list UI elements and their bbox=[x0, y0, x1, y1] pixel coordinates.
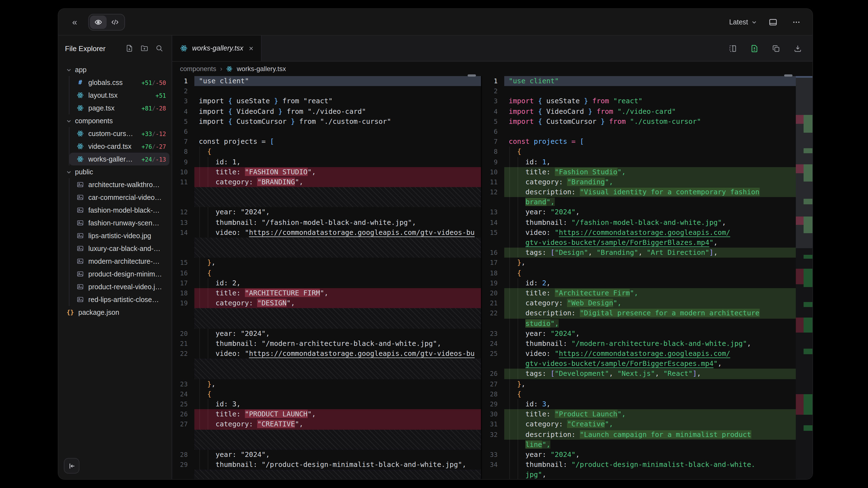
line-number: 15 bbox=[172, 258, 194, 268]
line-content: description: "Launch campaign for a mini… bbox=[504, 429, 796, 440]
code-line: gtv-videos-bucket/sample/ForBiggerBlazes… bbox=[482, 238, 796, 248]
preview-toggle-button[interactable] bbox=[90, 15, 106, 29]
line-content: description: "Digital presence for a mod… bbox=[504, 308, 796, 318]
left-pane-scroll-handle[interactable] bbox=[468, 74, 476, 76]
new-file-button[interactable] bbox=[124, 43, 135, 54]
code-line: 1"use client" bbox=[172, 76, 481, 86]
download-button[interactable] bbox=[790, 41, 805, 56]
ruler-addition-mark bbox=[804, 349, 812, 354]
search-files-button[interactable] bbox=[154, 43, 165, 54]
line-number: 10 bbox=[172, 167, 194, 177]
ruler-addition-mark bbox=[804, 199, 812, 204]
sidebar-file-product-design-minim-[interactable]: product-design-minim… bbox=[69, 268, 169, 280]
line-content: title: "Architecture Firm", bbox=[504, 288, 796, 298]
download-icon bbox=[793, 44, 802, 53]
copy-code-button[interactable] bbox=[769, 41, 783, 56]
line-number: 3 bbox=[172, 96, 194, 106]
line-content: import { useState } from "react" bbox=[194, 96, 481, 106]
code-line: 12 year: "2024", bbox=[172, 207, 481, 217]
sidebar-folder-public[interactable]: public bbox=[61, 165, 169, 178]
file-explorer-title: File Explorer bbox=[65, 44, 105, 53]
file-label: red-lips-artistic-close… bbox=[88, 296, 166, 303]
breadcrumb-file[interactable]: works-gallery.tsx bbox=[237, 65, 286, 73]
diff-pane-original[interactable]: 1"use client"23import { useState } from … bbox=[172, 76, 482, 479]
sidebar-file-works-galler-[interactable]: works-galler…+24/-13 bbox=[69, 153, 169, 165]
diff-overview-ruler[interactable] bbox=[796, 76, 812, 479]
line-content: id: 3, bbox=[194, 399, 481, 409]
line-content: title: "Fashion Studio", bbox=[504, 167, 796, 177]
sidebar-file-layout.tsx[interactable]: layout.tsx+51 bbox=[69, 89, 169, 102]
eye-icon bbox=[94, 18, 102, 26]
line-number bbox=[482, 359, 504, 369]
diff-pane-modified[interactable]: 1"use client"23import { useState } from … bbox=[482, 76, 796, 479]
code-toggle-button[interactable] bbox=[106, 15, 123, 29]
image-file-icon bbox=[76, 219, 85, 227]
double-chevron-left-icon: « bbox=[72, 17, 76, 27]
line-content bbox=[504, 127, 796, 137]
line-content: import { VideoCard } from "./video-card" bbox=[504, 106, 796, 116]
sidebar-file-lips-artistic-video.jpg[interactable]: lips-artistic-video.jpg bbox=[69, 229, 169, 242]
version-selector[interactable]: Latest bbox=[729, 18, 757, 26]
sidebar-file-custom-curs-[interactable]: custom-curs…+33/-12 bbox=[69, 127, 169, 140]
layout-panel-button[interactable] bbox=[766, 15, 780, 29]
tab-works-gallery[interactable]: works-gallery.tsx × bbox=[172, 36, 262, 61]
line-content: category: "DESIGN", bbox=[194, 298, 481, 308]
breadcrumb-folder[interactable]: components bbox=[180, 65, 216, 73]
sidebar-file-modern-architecture-[interactable]: modern-architecture-… bbox=[69, 255, 169, 268]
code-line: 26 title: "PRODUCT LAUNCH", bbox=[172, 410, 481, 419]
line-number: 28 bbox=[172, 450, 194, 460]
line-number: 21 bbox=[482, 298, 504, 308]
collapsed-unchanged-region bbox=[172, 470, 481, 479]
line-content: gtv-videos-bucket/sample/ForBiggerEscape… bbox=[504, 359, 796, 369]
line-content: { bbox=[194, 147, 481, 157]
right-pane-scroll-handle[interactable] bbox=[784, 74, 793, 76]
code-line: 23 }, bbox=[172, 379, 481, 389]
line-content: title: "Product Launch", bbox=[504, 409, 796, 419]
image-file-icon bbox=[76, 245, 85, 252]
sidebar-file-architecture-walkthro-[interactable]: architecture-walkthro… bbox=[69, 178, 169, 191]
sidebar-file-red-lips-artistic-close-[interactable]: red-lips-artistic-close… bbox=[69, 293, 169, 306]
code-line: 22 description: "Digital presence for a … bbox=[482, 308, 796, 318]
sidebar-folder-app[interactable]: app bbox=[61, 63, 169, 76]
line-content bbox=[194, 127, 481, 137]
collapse-panel-button[interactable]: « bbox=[67, 15, 82, 29]
ruler-deletion-mark bbox=[796, 115, 804, 124]
diff-view-button[interactable] bbox=[747, 41, 762, 56]
sidebar-file-luxury-car-black-and-[interactable]: luxury-car-black-and-… bbox=[69, 242, 169, 255]
sidebar-file-package.json[interactable]: {}package.json bbox=[61, 306, 169, 319]
chevron-down-icon bbox=[66, 118, 72, 124]
line-content: id: 2, bbox=[504, 278, 796, 288]
sidebar-file-page.tsx[interactable]: page.tsx+81/-28 bbox=[69, 102, 169, 115]
line-content: category: "CREATIVE", bbox=[194, 419, 481, 429]
code-line: 30 title: "Product Launch", bbox=[482, 409, 796, 419]
code-line: 24 thumbnail: "/modern-architecture-blac… bbox=[482, 339, 796, 349]
tab-close-icon[interactable]: × bbox=[249, 44, 253, 53]
line-number: 3 bbox=[482, 96, 504, 106]
sidebar-file-globals.css[interactable]: #globals.css+51/-50 bbox=[69, 76, 169, 89]
sidebar-file-fashion-runway-scen-[interactable]: fashion-runway-scen… bbox=[69, 217, 169, 229]
sidebar-file-fashion-model-black-[interactable]: fashion-model-black-… bbox=[69, 204, 169, 217]
image-file-icon bbox=[76, 232, 85, 239]
line-content: year: "2024", bbox=[504, 328, 796, 338]
code-line: 4import { VideoCard } from "./video-card… bbox=[482, 106, 796, 116]
file-label: components bbox=[75, 117, 166, 125]
line-content bbox=[194, 187, 481, 207]
line-content: gtv-videos-bucket/sample/ForBiggerBlazes… bbox=[504, 238, 796, 248]
line-number: 34 bbox=[482, 460, 504, 470]
code-line: 18 title: "ARCHITECTURE FIRM", bbox=[172, 288, 481, 298]
line-number: 8 bbox=[482, 147, 504, 157]
code-line: 21 category: "Web Design", bbox=[482, 298, 796, 308]
collapse-sidebar-button[interactable] bbox=[64, 458, 80, 474]
sidebar-file-product-reveal-video.j-[interactable]: product-reveal-video.j… bbox=[69, 280, 169, 293]
new-folder-button[interactable] bbox=[139, 43, 150, 54]
code-line: gtv-videos-bucket/sample/ForBiggerEscape… bbox=[482, 359, 796, 369]
code-line: 16 tags: ["Design", "Branding", "Art Dir… bbox=[482, 248, 796, 258]
file-explorer-header: File Explorer bbox=[58, 36, 172, 61]
sidebar-file-car-commercial-video-[interactable]: car-commercial-video… bbox=[69, 191, 169, 204]
more-options-button[interactable] bbox=[789, 15, 804, 29]
split-view-button[interactable] bbox=[725, 41, 740, 56]
sidebar-folder-components[interactable]: components bbox=[61, 115, 169, 127]
line-number: 22 bbox=[172, 349, 194, 359]
sidebar-file-video-card.tsx[interactable]: video-card.tsx+76/-27 bbox=[69, 140, 169, 153]
braces-file-icon: {} bbox=[66, 309, 74, 316]
